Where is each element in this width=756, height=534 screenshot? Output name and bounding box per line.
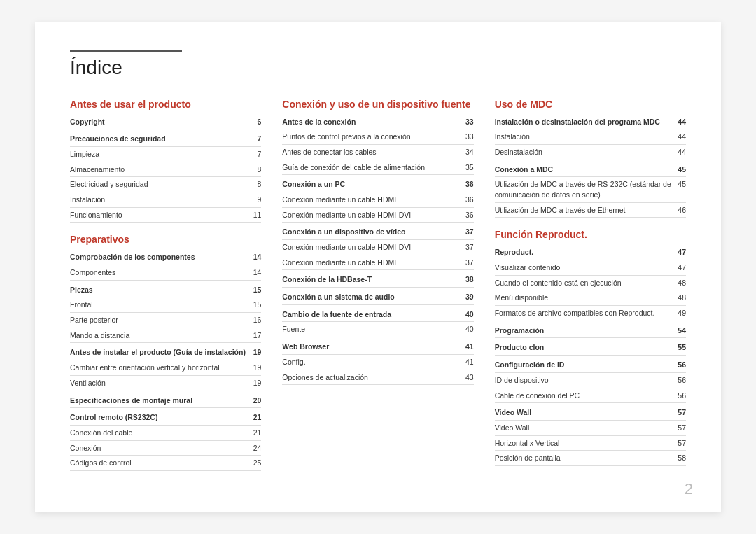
table-row: Frontal 15 bbox=[70, 297, 261, 313]
table-row: ID de dispositivo 56 bbox=[495, 372, 686, 388]
section-title-mdc: Uso de MDC bbox=[495, 99, 686, 110]
table-row: Horizontal x Vertical 57 bbox=[495, 435, 686, 451]
table-row: Antes de instalar el producto (Guía de i… bbox=[70, 343, 261, 360]
toc-reproduct: Reproduct. 47 Visualizar contenido 47 Cu… bbox=[495, 246, 686, 466]
toc-page: 56 bbox=[673, 372, 686, 388]
toc-label: Cambio de la fuente de entrada bbox=[282, 304, 461, 322]
toc-page: 44 bbox=[673, 144, 686, 160]
page-title: Índice bbox=[70, 57, 686, 79]
table-row: Reproduct. 47 bbox=[495, 246, 686, 260]
toc-label: Instalación bbox=[495, 129, 674, 145]
toc-page: 39 bbox=[461, 288, 474, 305]
toc-page: 33 bbox=[461, 129, 474, 145]
section-title-reproduct: Función Reproduct. bbox=[495, 229, 686, 240]
table-row: Electricidad y seguridad 8 bbox=[70, 177, 261, 192]
table-row: Componentes 14 bbox=[70, 265, 261, 281]
toc-label: Parte posterior bbox=[70, 313, 249, 328]
toc-label: Reproduct. bbox=[495, 246, 674, 260]
toc-label: Desinstalación bbox=[495, 144, 674, 160]
toc-page: 17 bbox=[249, 328, 262, 343]
toc-page: 44 bbox=[673, 129, 686, 145]
toc-page: 40 bbox=[461, 304, 474, 322]
toc-label: Ventilación bbox=[70, 375, 249, 391]
toc-label: Visualizar contenido bbox=[495, 260, 674, 276]
table-row: Cambio de la fuente de entrada 40 bbox=[282, 304, 473, 322]
toc-page: 45 bbox=[673, 177, 686, 202]
table-row: Menú disponible 48 bbox=[495, 290, 686, 306]
toc-label: Video Wall bbox=[495, 420, 674, 435]
toc-page: 7 bbox=[249, 129, 262, 147]
toc-page: 49 bbox=[673, 306, 686, 321]
toc-page: 16 bbox=[249, 313, 262, 328]
toc-page: 46 bbox=[673, 202, 686, 218]
toc-page: 47 bbox=[673, 260, 686, 276]
table-row: Configuración de ID 56 bbox=[495, 356, 686, 373]
title-bar bbox=[70, 50, 182, 52]
toc-label: Conexión mediante un cable HDMI bbox=[282, 192, 461, 207]
table-row: Config. 41 bbox=[282, 354, 473, 370]
toc-page: 43 bbox=[461, 370, 474, 385]
toc-preparativos: Comprobación de los componentes 14 Compo… bbox=[70, 251, 261, 471]
table-row: Conexión a MDC 45 bbox=[495, 160, 686, 177]
toc-page: 19 bbox=[249, 375, 262, 391]
toc-page: 45 bbox=[673, 160, 686, 177]
table-row: Conexión mediante un cable HDMI-DVI 36 bbox=[282, 207, 473, 223]
toc-label: Config. bbox=[282, 354, 461, 370]
toc-label: Conexión de la HDBase-T bbox=[282, 270, 461, 288]
toc-label: Instalación bbox=[70, 192, 249, 207]
table-row: Piezas 15 bbox=[70, 280, 261, 297]
toc-page: 19 bbox=[249, 343, 262, 360]
toc-page: 36 bbox=[461, 207, 474, 223]
table-row: Web Browser 41 bbox=[282, 337, 473, 355]
table-row: Antes de la conexión 33 bbox=[282, 115, 473, 129]
table-row: Cable de conexión del PC 56 bbox=[495, 388, 686, 403]
toc-label: Conexión a MDC bbox=[495, 160, 674, 177]
toc-page: 41 bbox=[461, 354, 474, 370]
toc-page: 7 bbox=[249, 146, 262, 162]
toc-label: Fuente bbox=[282, 322, 461, 337]
table-row: Formatos de archivo compatibles con Repr… bbox=[495, 306, 686, 321]
toc-label: Control remoto (RS232C) bbox=[70, 408, 249, 426]
table-row: Conexión mediante un cable HDMI 37 bbox=[282, 255, 473, 270]
table-row: Posición de pantalla 58 bbox=[495, 451, 686, 466]
toc-label: Conexión mediante un cable HDMI-DVI bbox=[282, 240, 461, 255]
toc-label: Conexión a un PC bbox=[282, 175, 461, 192]
toc-label: Cambiar entre orientación vertical y hor… bbox=[70, 360, 249, 376]
toc-page: 54 bbox=[673, 321, 686, 338]
page: Índice Antes de usar el producto Copyrig… bbox=[35, 22, 721, 512]
column-1: Antes de usar el producto Copyright 6 Pr… bbox=[70, 96, 261, 481]
toc-page: 8 bbox=[249, 162, 262, 177]
table-row: Producto clon 55 bbox=[495, 338, 686, 356]
toc-conexion: Antes de la conexión 33 Puntos de contro… bbox=[282, 115, 473, 386]
toc-page: 55 bbox=[673, 338, 686, 356]
table-row: Fuente 40 bbox=[282, 322, 473, 337]
table-row: Mando a distancia 17 bbox=[70, 328, 261, 343]
toc-page: 56 bbox=[673, 356, 686, 373]
toc-page: 57 bbox=[673, 403, 686, 421]
toc-label: Copyright bbox=[70, 115, 249, 129]
toc-label: Antes de instalar el producto (Guía de i… bbox=[70, 343, 249, 360]
table-row: Utilización de MDC a través de Ethernet … bbox=[495, 202, 686, 218]
toc-page: 44 bbox=[673, 115, 686, 129]
toc-label: Programación bbox=[495, 321, 674, 338]
toc-label: Almacenamiento bbox=[70, 162, 249, 177]
toc-page: 48 bbox=[673, 290, 686, 306]
toc-page: 21 bbox=[249, 425, 262, 440]
toc-label: Configuración de ID bbox=[495, 356, 674, 373]
table-row: Conexión del cable 21 bbox=[70, 425, 261, 440]
table-row: Ventilación 19 bbox=[70, 375, 261, 391]
toc-label: Video Wall bbox=[495, 403, 674, 421]
toc-label: Conexión a un sistema de audio bbox=[282, 288, 461, 305]
content-grid: Antes de usar el producto Copyright 6 Pr… bbox=[70, 96, 686, 481]
toc-page: 37 bbox=[461, 255, 474, 270]
toc-page: 37 bbox=[461, 240, 474, 255]
table-row: Copyright 6 bbox=[70, 115, 261, 129]
toc-page: 6 bbox=[249, 115, 262, 129]
toc-label: Instalación o desinstalación del program… bbox=[495, 115, 674, 129]
table-row: Conexión a un PC 36 bbox=[282, 175, 473, 192]
table-row: Conexión de la HDBase-T 38 bbox=[282, 270, 473, 288]
table-row: Conexión a un dispositivo de vídeo 37 bbox=[282, 223, 473, 240]
toc-label: Electricidad y seguridad bbox=[70, 177, 249, 192]
toc-label: Web Browser bbox=[282, 337, 461, 355]
toc-page: 25 bbox=[249, 456, 262, 471]
